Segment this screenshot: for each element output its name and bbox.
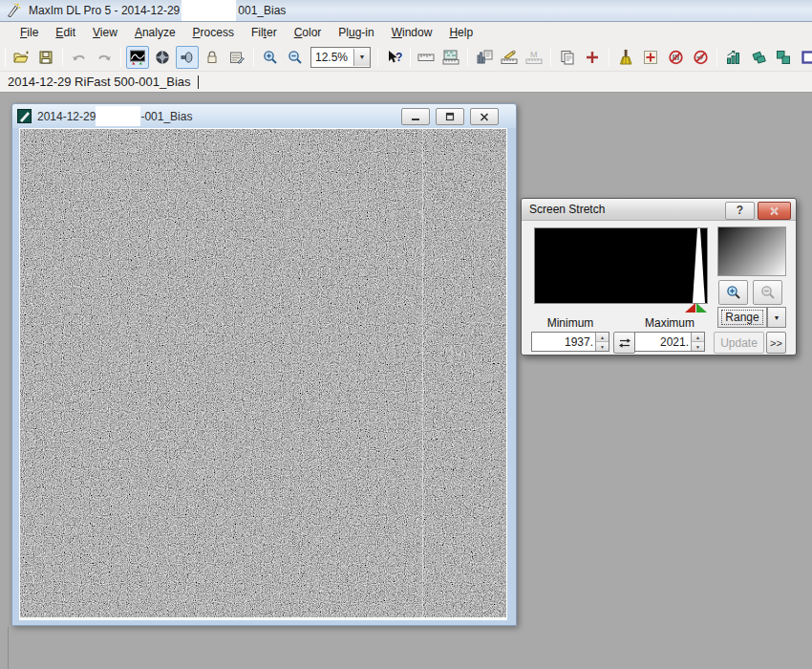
pixel-cleanup-button[interactable] bbox=[614, 46, 637, 69]
hot-pixel-tool-button[interactable] bbox=[639, 46, 662, 69]
ruler-icon bbox=[417, 51, 435, 64]
undo-icon bbox=[71, 51, 88, 64]
tile-images-button[interactable] bbox=[772, 46, 795, 69]
copy-button[interactable] bbox=[556, 46, 579, 69]
ruler-image-icon bbox=[442, 50, 459, 65]
crosshair-icon bbox=[155, 50, 170, 65]
menu-item-edit[interactable]: Edit bbox=[47, 23, 84, 42]
menu-item-color[interactable]: Color bbox=[286, 23, 331, 42]
settings-window-button[interactable] bbox=[225, 46, 248, 69]
zoom-level-combo[interactable]: 12.5% ▼ bbox=[310, 47, 371, 68]
histogram-zoom-out-button[interactable] bbox=[753, 280, 782, 305]
graph-window-button[interactable] bbox=[722, 46, 745, 69]
histogram-doc-icon bbox=[477, 50, 493, 65]
menu-item-file[interactable]: File bbox=[11, 23, 47, 42]
image-document-icon bbox=[17, 109, 32, 123]
zoom-out-button[interactable] bbox=[284, 46, 307, 69]
measure-image-button[interactable] bbox=[439, 46, 462, 69]
dialog-title: Screen Stretch bbox=[529, 203, 605, 216]
restore-button[interactable] bbox=[436, 108, 464, 125]
expand-dialog-button[interactable]: >> bbox=[766, 332, 786, 354]
crosshair-cursor-button[interactable] bbox=[581, 46, 604, 69]
information-panel-button[interactable] bbox=[415, 46, 438, 69]
information-window-toggle-button[interactable] bbox=[151, 46, 174, 69]
menu-item-filter[interactable]: Filter bbox=[243, 23, 286, 42]
minimum-value[interactable]: 1937. bbox=[532, 335, 595, 349]
menu-item-analyze[interactable]: Analyze bbox=[126, 23, 184, 42]
bias-frame-image[interactable] bbox=[20, 129, 506, 617]
full-frame-button[interactable] bbox=[797, 46, 812, 69]
column-defect-line bbox=[422, 129, 423, 617]
menu-item-process[interactable]: Process bbox=[184, 23, 243, 42]
maximum-marker[interactable] bbox=[696, 303, 707, 313]
disable-flip-button[interactable] bbox=[689, 46, 712, 69]
magnitude-measure-button[interactable]: M bbox=[523, 46, 545, 69]
mdi-workspace: 2014-12-29 -001_Bias bbox=[0, 93, 812, 669]
dialog-close-button[interactable] bbox=[758, 202, 791, 220]
toolbar-grip[interactable] bbox=[5, 48, 6, 67]
close-icon bbox=[480, 113, 489, 121]
histogram-peak bbox=[535, 228, 707, 303]
open-folder-icon bbox=[13, 50, 30, 65]
screen-stretch-dialog[interactable]: Screen Stretch ? bbox=[521, 198, 797, 356]
toolbar-separator bbox=[120, 48, 121, 67]
undo-button[interactable] bbox=[68, 46, 91, 69]
menu-item-window[interactable]: Window bbox=[383, 23, 441, 42]
menu-bar: FileEditViewAnalyzeProcessFilterColorPlu… bbox=[0, 22, 812, 43]
toolbar-separator bbox=[716, 48, 717, 67]
no-calibration-icon bbox=[668, 50, 684, 65]
quick-stretch-button[interactable] bbox=[201, 46, 224, 69]
minimum-input[interactable]: 1937. ▲▼ bbox=[531, 332, 609, 352]
copy-icon bbox=[560, 50, 575, 65]
histogram-display[interactable] bbox=[534, 227, 708, 304]
menu-item-view[interactable]: View bbox=[84, 23, 126, 42]
redo-icon bbox=[96, 51, 113, 64]
dialog-help-button[interactable]: ? bbox=[725, 202, 755, 220]
zoom-combo-dropdown-button[interactable]: ▼ bbox=[353, 49, 370, 66]
histogram-report-button[interactable] bbox=[473, 46, 496, 69]
workspace-edge-line bbox=[8, 627, 9, 669]
image-window[interactable]: 2014-12-29 -001_Bias bbox=[11, 103, 517, 626]
save-button[interactable] bbox=[34, 46, 57, 69]
close-button[interactable] bbox=[470, 108, 499, 125]
context-help-button[interactable]: ? bbox=[383, 46, 406, 69]
range-dropdown-button[interactable]: ▼ bbox=[767, 307, 786, 328]
broom-icon bbox=[619, 50, 632, 65]
svg-text:?: ? bbox=[395, 51, 402, 64]
screen-stretch-toggle-button[interactable] bbox=[126, 46, 149, 69]
zoom-in-button[interactable] bbox=[259, 46, 282, 69]
minimum-marker[interactable] bbox=[685, 303, 695, 313]
maximum-input[interactable]: 2021. ▲▼ bbox=[634, 332, 705, 352]
pan-zoom-window-toggle-button[interactable] bbox=[176, 46, 199, 69]
maximum-label: Maximum bbox=[634, 316, 705, 330]
zoom-in-icon bbox=[263, 50, 278, 65]
window-title-suffix: 001_Bias bbox=[238, 4, 286, 17]
menu-item-plugin[interactable]: Plug-in bbox=[330, 23, 382, 42]
document-tab-label[interactable]: 2014-12-29 RiFast 500-001_Bias bbox=[8, 75, 191, 89]
padlock-icon bbox=[204, 50, 220, 65]
overlay-images-button[interactable] bbox=[747, 46, 770, 69]
image-window-title: 2014-12-29 bbox=[37, 110, 96, 123]
maximum-spinner[interactable]: ▲▼ bbox=[691, 333, 704, 351]
document-bar-divider bbox=[198, 76, 199, 89]
minimum-spinner[interactable]: ▲▼ bbox=[595, 333, 609, 351]
maxim-dl-window: MaxIm DL Pro 5 - 2014-12-29 001_Bias Fil… bbox=[0, 0, 812, 669]
menu-item-help[interactable]: Help bbox=[440, 23, 481, 42]
maximum-value[interactable]: 2021. bbox=[635, 335, 691, 349]
pencil-ruler-icon bbox=[501, 50, 518, 65]
annotate-measure-button[interactable] bbox=[498, 46, 521, 69]
settings-form-icon bbox=[229, 50, 246, 65]
swap-min-max-button[interactable] bbox=[613, 332, 635, 354]
update-button[interactable]: Update bbox=[714, 332, 764, 354]
help-arrow-icon: ? bbox=[386, 50, 403, 65]
open-file-button[interactable] bbox=[10, 46, 32, 69]
disable-calibration-button[interactable] bbox=[664, 46, 687, 69]
range-button[interactable]: Range bbox=[717, 307, 767, 328]
minimize-button[interactable] bbox=[401, 108, 430, 125]
toolbar-separator bbox=[550, 48, 551, 67]
histogram-zoom-in-button[interactable] bbox=[718, 280, 748, 305]
redacted-region bbox=[182, 0, 236, 21]
toolbar-grip[interactable] bbox=[410, 48, 411, 67]
toolbar-separator bbox=[377, 48, 378, 67]
redo-button[interactable] bbox=[93, 46, 116, 69]
